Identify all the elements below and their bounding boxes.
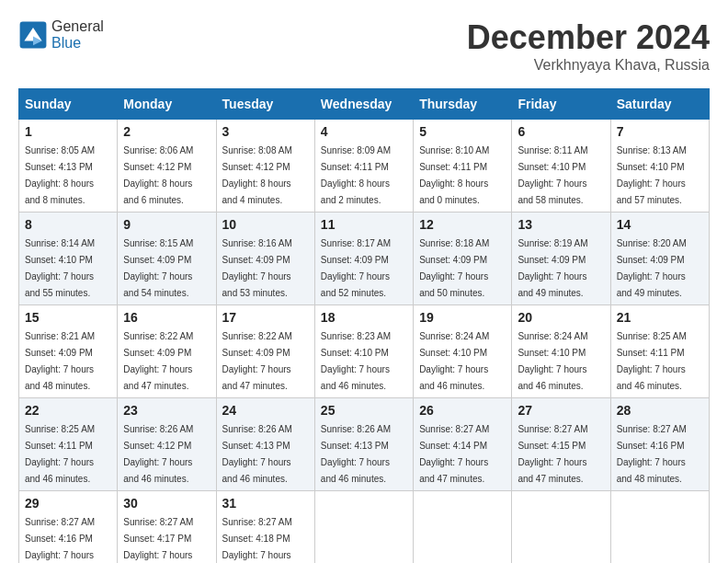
day-number: 30 <box>123 496 210 511</box>
day-info: Sunrise: 8:13 AMSunset: 4:10 PMDaylight:… <box>617 145 687 205</box>
table-row: 25 Sunrise: 8:26 AMSunset: 4:13 PMDaylig… <box>314 398 413 491</box>
day-info: Sunrise: 8:22 AMSunset: 4:09 PMDaylight:… <box>222 331 292 391</box>
col-monday: Monday <box>118 89 216 120</box>
day-number: 10 <box>222 217 309 232</box>
day-info: Sunrise: 8:24 AMSunset: 4:10 PMDaylight:… <box>419 331 489 391</box>
table-row <box>314 491 413 564</box>
day-info: Sunrise: 8:08 AMSunset: 4:12 PMDaylight:… <box>222 145 292 205</box>
table-row: 27 Sunrise: 8:27 AMSunset: 4:15 PMDaylig… <box>512 398 610 491</box>
col-tuesday: Tuesday <box>216 89 314 120</box>
day-number: 21 <box>617 310 703 325</box>
table-row: 22 Sunrise: 8:25 AMSunset: 4:11 PMDaylig… <box>19 398 118 491</box>
table-row: 16 Sunrise: 8:22 AMSunset: 4:09 PMDaylig… <box>118 305 216 398</box>
table-row: 30 Sunrise: 8:27 AMSunset: 4:17 PMDaylig… <box>118 491 216 564</box>
day-info: Sunrise: 8:26 AMSunset: 4:13 PMDaylight:… <box>222 424 292 484</box>
table-row: 24 Sunrise: 8:26 AMSunset: 4:13 PMDaylig… <box>216 398 314 491</box>
calendar-week-row: 8 Sunrise: 8:14 AMSunset: 4:10 PMDayligh… <box>19 213 710 305</box>
table-row: 29 Sunrise: 8:27 AMSunset: 4:16 PMDaylig… <box>19 491 118 564</box>
day-number: 26 <box>419 403 506 418</box>
day-number: 5 <box>419 124 506 139</box>
day-info: Sunrise: 8:06 AMSunset: 4:12 PMDaylight:… <box>123 145 193 205</box>
day-number: 20 <box>518 310 604 325</box>
table-row: 12 Sunrise: 8:18 AMSunset: 4:09 PMDaylig… <box>414 213 512 305</box>
day-info: Sunrise: 8:14 AMSunset: 4:10 PMDaylight:… <box>25 238 95 298</box>
table-row <box>610 491 709 564</box>
day-number: 6 <box>518 124 604 139</box>
day-info: Sunrise: 8:27 AMSunset: 4:14 PMDaylight:… <box>419 424 489 484</box>
day-number: 16 <box>123 310 210 325</box>
logo: General Blue <box>18 18 104 52</box>
day-info: Sunrise: 8:24 AMSunset: 4:10 PMDaylight:… <box>518 331 587 391</box>
title-block: December 2024 Verkhnyaya Khava, Russia <box>467 18 710 74</box>
table-row: 28 Sunrise: 8:27 AMSunset: 4:16 PMDaylig… <box>610 398 709 491</box>
day-info: Sunrise: 8:20 AMSunset: 4:09 PMDaylight:… <box>617 238 687 298</box>
table-row: 3 Sunrise: 8:08 AMSunset: 4:12 PMDayligh… <box>216 120 314 213</box>
calendar-week-row: 29 Sunrise: 8:27 AMSunset: 4:16 PMDaylig… <box>19 491 710 564</box>
day-info: Sunrise: 8:15 AMSunset: 4:09 PMDaylight:… <box>123 238 193 298</box>
month-title: December 2024 <box>467 18 710 57</box>
day-number: 29 <box>25 496 111 511</box>
day-info: Sunrise: 8:21 AMSunset: 4:09 PMDaylight:… <box>25 331 95 391</box>
location-text: Verkhnyaya Khava, Russia <box>467 57 710 74</box>
table-row: 17 Sunrise: 8:22 AMSunset: 4:09 PMDaylig… <box>216 305 314 398</box>
table-row: 23 Sunrise: 8:26 AMSunset: 4:12 PMDaylig… <box>118 398 216 491</box>
day-info: Sunrise: 8:27 AMSunset: 4:16 PMDaylight:… <box>25 517 95 563</box>
day-info: Sunrise: 8:18 AMSunset: 4:09 PMDaylight:… <box>419 238 489 298</box>
day-number: 19 <box>419 310 506 325</box>
day-info: Sunrise: 8:23 AMSunset: 4:10 PMDaylight:… <box>321 331 391 391</box>
day-info: Sunrise: 8:27 AMSunset: 4:18 PMDaylight:… <box>222 517 292 563</box>
day-number: 18 <box>321 310 407 325</box>
day-number: 22 <box>25 403 111 418</box>
day-number: 9 <box>123 217 210 232</box>
calendar-week-row: 1 Sunrise: 8:05 AMSunset: 4:13 PMDayligh… <box>19 120 710 213</box>
logo-general-text: General <box>51 18 104 34</box>
col-sunday: Sunday <box>19 89 118 120</box>
table-row <box>512 491 610 564</box>
table-row: 8 Sunrise: 8:14 AMSunset: 4:10 PMDayligh… <box>19 213 118 305</box>
col-wednesday: Wednesday <box>314 89 413 120</box>
logo-icon <box>18 20 48 50</box>
day-number: 14 <box>617 217 703 232</box>
day-number: 24 <box>222 403 309 418</box>
day-number: 15 <box>25 310 111 325</box>
table-row: 6 Sunrise: 8:11 AMSunset: 4:10 PMDayligh… <box>512 120 610 213</box>
day-info: Sunrise: 8:17 AMSunset: 4:09 PMDaylight:… <box>321 238 391 298</box>
table-row: 5 Sunrise: 8:10 AMSunset: 4:11 PMDayligh… <box>414 120 512 213</box>
day-info: Sunrise: 8:09 AMSunset: 4:11 PMDaylight:… <box>321 145 391 205</box>
table-row: 14 Sunrise: 8:20 AMSunset: 4:09 PMDaylig… <box>610 213 709 305</box>
col-thursday: Thursday <box>414 89 512 120</box>
page-header: General Blue December 2024 Verkhnyaya Kh… <box>18 18 710 74</box>
table-row: 2 Sunrise: 8:06 AMSunset: 4:12 PMDayligh… <box>118 120 216 213</box>
table-row: 10 Sunrise: 8:16 AMSunset: 4:09 PMDaylig… <box>216 213 314 305</box>
day-number: 7 <box>617 124 703 139</box>
table-row: 19 Sunrise: 8:24 AMSunset: 4:10 PMDaylig… <box>414 305 512 398</box>
day-info: Sunrise: 8:27 AMSunset: 4:16 PMDaylight:… <box>617 424 687 484</box>
table-row: 18 Sunrise: 8:23 AMSunset: 4:10 PMDaylig… <box>314 305 413 398</box>
day-number: 11 <box>321 217 407 232</box>
day-number: 17 <box>222 310 309 325</box>
day-info: Sunrise: 8:22 AMSunset: 4:09 PMDaylight:… <box>123 331 193 391</box>
day-info: Sunrise: 8:25 AMSunset: 4:11 PMDaylight:… <box>617 331 687 391</box>
day-number: 13 <box>518 217 604 232</box>
day-number: 12 <box>419 217 506 232</box>
col-saturday: Saturday <box>610 89 709 120</box>
table-row: 31 Sunrise: 8:27 AMSunset: 4:18 PMDaylig… <box>216 491 314 564</box>
day-info: Sunrise: 8:16 AMSunset: 4:09 PMDaylight:… <box>222 238 292 298</box>
day-number: 28 <box>617 403 703 418</box>
table-row: 4 Sunrise: 8:09 AMSunset: 4:11 PMDayligh… <box>314 120 413 213</box>
day-info: Sunrise: 8:27 AMSunset: 4:15 PMDaylight:… <box>518 424 587 484</box>
calendar-week-row: 22 Sunrise: 8:25 AMSunset: 4:11 PMDaylig… <box>19 398 710 491</box>
day-info: Sunrise: 8:10 AMSunset: 4:11 PMDaylight:… <box>419 145 489 205</box>
day-number: 25 <box>321 403 407 418</box>
table-row: 9 Sunrise: 8:15 AMSunset: 4:09 PMDayligh… <box>118 213 216 305</box>
table-row: 11 Sunrise: 8:17 AMSunset: 4:09 PMDaylig… <box>314 213 413 305</box>
day-number: 3 <box>222 124 309 139</box>
calendar-header-row: Sunday Monday Tuesday Wednesday Thursday… <box>19 89 710 120</box>
day-info: Sunrise: 8:26 AMSunset: 4:13 PMDaylight:… <box>321 424 391 484</box>
day-info: Sunrise: 8:25 AMSunset: 4:11 PMDaylight:… <box>25 424 95 484</box>
day-info: Sunrise: 8:27 AMSunset: 4:17 PMDaylight:… <box>123 517 193 563</box>
table-row: 13 Sunrise: 8:19 AMSunset: 4:09 PMDaylig… <box>512 213 610 305</box>
table-row <box>414 491 512 564</box>
day-number: 8 <box>25 217 111 232</box>
day-number: 23 <box>123 403 210 418</box>
